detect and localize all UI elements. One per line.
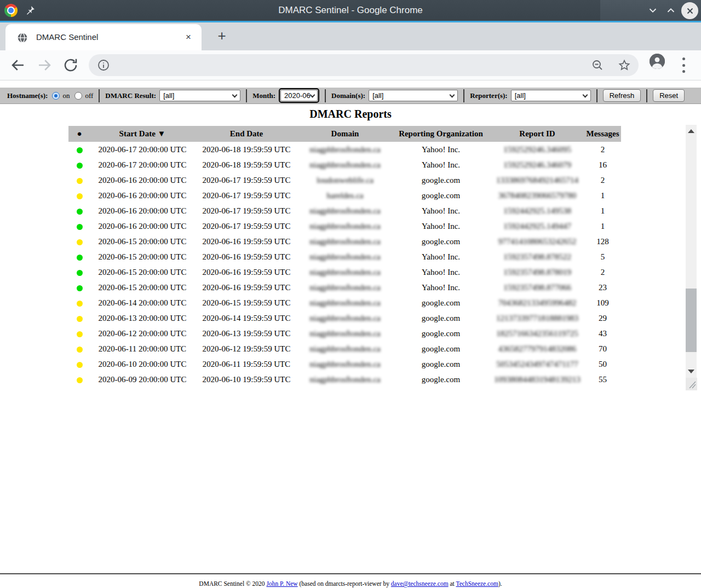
cell-org: google.com <box>392 234 490 249</box>
domain-select[interactable]: [all] <box>369 90 458 101</box>
column-header-report-id[interactable]: Report ID <box>490 126 584 142</box>
table-row[interactable]: 2020-06-15 20:00:00 UTC2020-06-16 19:59:… <box>68 280 621 295</box>
table-row[interactable]: 2020-06-14 20:00:00 UTC2020-06-15 19:59:… <box>68 295 621 310</box>
tab-close-icon[interactable]: × <box>184 33 193 42</box>
month-select[interactable]: 2020-06 <box>280 90 318 101</box>
techsneeze-link[interactable]: TechSneeze.com <box>456 580 498 587</box>
table-row[interactable]: 2020-06-16 20:00:00 UTC2020-06-17 19:59:… <box>68 218 621 234</box>
table-row[interactable]: 2020-06-17 20:00:00 UTC2020-06-18 19:59:… <box>68 142 621 157</box>
reset-button[interactable]: Reset <box>653 89 685 102</box>
column-header-status[interactable]: ● <box>68 126 90 142</box>
status-dot-yellow <box>77 316 83 322</box>
cell-report_id: 109380844831948139213 <box>490 372 584 387</box>
table-row[interactable]: 2020-06-16 20:00:00 UTC2020-06-17 19:59:… <box>68 188 621 203</box>
hostname-off-radio[interactable] <box>74 92 82 100</box>
refresh-button[interactable]: Refresh <box>603 89 641 102</box>
email-link[interactable]: dave@techsneeze.com <box>391 580 449 587</box>
table-header-row: ● Start Date ▼ End Date Domain Reporting… <box>68 126 621 142</box>
table-row[interactable]: 2020-06-15 20:00:00 UTC2020-06-16 19:59:… <box>68 264 621 280</box>
cell-report_id: 3678408239066579780 <box>490 188 584 203</box>
forward-button[interactable] <box>36 57 53 73</box>
table-row[interactable]: 2020-06-17 20:00:00 UTC2020-06-18 19:59:… <box>68 157 621 172</box>
scrollbar-thumb[interactable] <box>686 289 697 352</box>
cell-org: google.com <box>392 341 490 356</box>
window-title: DMARC Sentinel - Google Chrome <box>0 0 701 21</box>
cell-domain: niagphbrosftonden.ca <box>298 310 392 326</box>
tab-dmarc-sentinel[interactable]: DMARC Sentinel × <box>5 24 202 50</box>
resize-grip[interactable] <box>686 378 697 390</box>
table-row[interactable]: 2020-06-12 20:00:00 UTC2020-06-13 19:59:… <box>68 326 621 341</box>
cell-status <box>68 234 90 249</box>
hostname-on-label: on <box>62 91 70 100</box>
cell-start: 2020-06-15 20:00:00 UTC <box>90 280 194 295</box>
cell-status <box>68 356 90 372</box>
dmarc-result-select[interactable]: [all] <box>159 90 240 101</box>
status-dot-green <box>77 163 83 169</box>
status-dot-green <box>77 270 83 276</box>
zoom-out-icon[interactable] <box>591 59 604 72</box>
status-dot-yellow <box>77 377 83 383</box>
table-row[interactable]: 2020-06-16 20:00:00 UTC2020-06-17 19:59:… <box>68 172 621 188</box>
cell-messages: 2 <box>584 172 621 188</box>
new-tab-button[interactable]: + <box>214 28 230 44</box>
table-row[interactable]: 2020-06-13 20:00:00 UTC2020-06-14 19:59:… <box>68 310 621 326</box>
back-button[interactable] <box>10 57 26 73</box>
cell-end: 2020-06-14 19:59:59 UTC <box>194 310 298 326</box>
column-header-domain[interactable]: Domain <box>298 126 392 142</box>
profile-avatar-icon[interactable] <box>650 54 665 69</box>
dmarc-result-label: DMARC Result: <box>105 91 156 100</box>
table-row[interactable]: 2020-06-16 20:00:00 UTC2020-06-17 19:59:… <box>68 203 621 218</box>
column-header-end-date[interactable]: End Date <box>194 126 298 142</box>
cell-report_id: 7043682133495996482 <box>490 295 584 310</box>
table-row[interactable]: 2020-06-15 20:00:00 UTC2020-06-16 19:59:… <box>68 249 621 264</box>
cell-status <box>68 142 90 157</box>
cell-status <box>68 280 90 295</box>
column-header-org[interactable]: Reporting Organization <box>392 126 490 142</box>
tab-title: DMARC Sentinel <box>36 24 98 50</box>
cell-end: 2020-06-18 19:59:59 UTC <box>194 157 298 172</box>
domain-label: Domain(s): <box>331 91 365 100</box>
table-row[interactable]: 2020-06-10 20:00:00 UTC2020-06-11 19:59:… <box>68 356 621 372</box>
reload-button[interactable] <box>62 57 79 73</box>
bookmark-star-icon[interactable] <box>618 59 631 72</box>
cell-status <box>68 203 90 218</box>
cell-status <box>68 295 90 310</box>
table-row[interactable]: 2020-06-11 20:00:00 UTC2020-06-12 19:59:… <box>68 341 621 356</box>
cell-messages: 2 <box>584 264 621 280</box>
filter-divider <box>246 89 247 102</box>
filter-divider <box>463 89 464 102</box>
window-maximize-button[interactable] <box>664 4 678 16</box>
cell-status <box>68 341 90 356</box>
column-header-start-date[interactable]: Start Date ▼ <box>90 126 194 142</box>
browser-menu-icon[interactable] <box>682 57 685 73</box>
footer-text: DMARC Sentinel © 2020 John P. New (based… <box>0 580 701 587</box>
column-header-messages[interactable]: Messages <box>584 126 621 142</box>
globe-icon <box>17 32 28 43</box>
window-minimize-button[interactable] <box>646 4 660 16</box>
scroll-up-icon[interactable] <box>688 129 694 133</box>
table-row[interactable]: 2020-06-09 20:00:00 UTC2020-06-10 19:59:… <box>68 372 621 387</box>
cell-domain: niagphbrosftonden.ca <box>298 203 392 218</box>
cell-report_id: 1592357498.877066 <box>490 280 584 295</box>
scroll-down-icon[interactable] <box>688 370 694 373</box>
window-close-button[interactable] <box>681 2 698 19</box>
table-row[interactable]: 2020-06-15 20:00:00 UTC2020-06-16 19:59:… <box>68 234 621 249</box>
cell-report_id: 4365827797914832086 <box>490 341 584 356</box>
reporter-select[interactable]: [all] <box>511 90 591 101</box>
scrollbar-track[interactable] <box>686 125 697 378</box>
status-dot-yellow <box>77 331 83 337</box>
cell-messages: 109 <box>584 295 621 310</box>
page-info-icon[interactable] <box>97 59 110 72</box>
author-link[interactable]: John P. New <box>266 580 297 587</box>
cell-status <box>68 264 90 280</box>
cell-messages: 50 <box>584 356 621 372</box>
cell-org: Yahoo! Inc. <box>392 142 490 157</box>
cell-org: google.com <box>392 372 490 387</box>
address-bar[interactable] <box>89 54 639 76</box>
cell-messages: 55 <box>584 372 621 387</box>
cell-messages: 5 <box>584 249 621 264</box>
status-dot-yellow <box>77 301 83 307</box>
cell-messages: 2 <box>584 142 621 157</box>
hostname-on-radio[interactable] <box>52 92 60 100</box>
cell-report_id: 1592442925.149538 <box>490 203 584 218</box>
